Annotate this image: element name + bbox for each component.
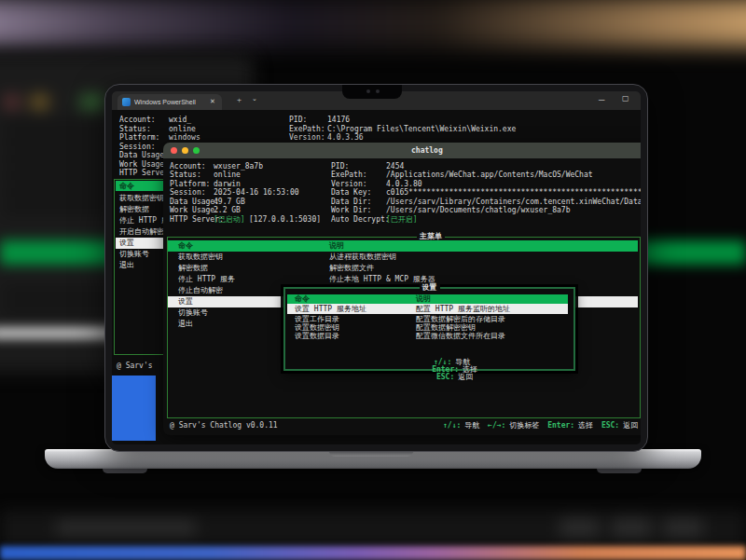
hint-label: 导航 (464, 421, 479, 430)
blurred-dock-item (612, 518, 651, 537)
menu-row[interactable]: 停止 HTTP 服务 停止本地 HTTP & MCP 服务器 (168, 274, 638, 285)
settings-desc: 配置数据解密密钥 (416, 324, 476, 332)
camera-notch (342, 85, 402, 99)
hint-key: ←/→: (488, 421, 505, 430)
info-value: /Users/sarv/Documents/chatlog/wxuser_8a7… (386, 207, 570, 214)
chatlog-info-row: HTTP Server:[已启动][127.0.0.1:5030] Auto D… (163, 216, 641, 226)
camera-icon (366, 89, 370, 93)
ps-value: C:\Program Files\Tencent\Weixin\Weixin.e… (327, 126, 516, 133)
menu-cmd: 退出 (178, 321, 193, 328)
blurred-traffic-light-red (6, 97, 18, 107)
blurred-dock-item (560, 518, 599, 537)
ps-label: ExePath: (289, 126, 325, 133)
info-value: c0165***********************************… (386, 189, 641, 197)
ps-menu-header-label: 命令 (119, 183, 134, 190)
info-label: Status: (170, 171, 201, 179)
menu-row[interactable]: 获取数据密钥 从进程获取数据密钥 (168, 252, 638, 263)
hint-label: 返回 (458, 373, 473, 381)
menu-cmd: 解密数据 (178, 265, 208, 272)
auto-decrypt-status-badge: [已开启] (386, 216, 418, 224)
hint-label: 选择 (578, 421, 593, 430)
column-header-cmd: 命令 (295, 295, 310, 303)
ps-label: PID: (289, 116, 307, 124)
http-server-status-badge: [已启动] (214, 216, 245, 224)
hint-label: 切换标签 (509, 421, 539, 430)
laptop-foot-left (103, 469, 147, 473)
settings-row-selected[interactable]: 设置 HTTP 服务地址 配置 HTTP 服务监听的地址 (287, 304, 568, 314)
new-tab-icon[interactable]: + (237, 96, 242, 104)
info-value: darwin (214, 181, 241, 188)
info-value: 4.0.3.80 (386, 181, 422, 188)
ps-label: Work Usage: (119, 161, 169, 169)
hint-key: Enter: (547, 421, 574, 430)
ps-value: online (169, 126, 196, 133)
ps-label: Platform: (119, 134, 159, 142)
tab-dropdown-icon[interactable]: ⌄ (252, 96, 257, 102)
settings-cmd: 设置数据目录 (295, 333, 339, 340)
menu-cmd: 获取数据密钥 (178, 253, 223, 261)
info-label: Work Dir: (331, 207, 371, 214)
ps-label: Data Usage: (119, 152, 169, 159)
menu-desc: 停止本地 HTTP & MCP 服务器 (329, 276, 435, 283)
info-value: /Applications/WeChat.app/Contents/MacOS/… (386, 171, 593, 179)
hint-key: ESC: (601, 421, 619, 430)
ps-value: wxid_ (169, 116, 191, 124)
blurred-text-row (2, 205, 114, 213)
maximize-icon[interactable]: ▢ (622, 95, 629, 102)
hint-key: ESC: (436, 373, 454, 381)
info-value: [127.0.0.1:5030] (249, 216, 321, 224)
wallpaper-color-strip (0, 546, 746, 560)
info-label: Work Usage: (170, 207, 219, 214)
powershell-tab[interactable]: Windows PowerShell ✕ (117, 94, 222, 110)
main-menu-title: 主菜单 (417, 233, 445, 240)
ps-status-left: @ Sarv's (117, 362, 153, 370)
ps-label: Status: (119, 126, 151, 133)
wallpaper-top-gradient (0, 0, 746, 47)
traffic-light-close-icon[interactable] (171, 147, 177, 154)
laptop-display: Windows PowerShell ✕ + ⌄ ─ ▢ Account:wxi… (112, 91, 641, 444)
info-label: Session: (170, 189, 206, 197)
ps-blue-block (112, 376, 156, 441)
info-value: 49.7 GB (214, 198, 245, 206)
camera-led-icon (376, 89, 380, 93)
hint-key: ↑/↓: (443, 421, 461, 430)
settings-popup: 设置 命令 说明 设置 HTTP 服务地址 配置 HTTP 服务监听的地址 设置… (283, 287, 575, 371)
info-label: Auto Decrypt: (331, 216, 390, 224)
info-value: online (214, 171, 241, 179)
laptop-screen: Windows PowerShell ✕ + ⌄ ─ ▢ Account:wxi… (104, 84, 648, 452)
ps-value: 4.0.3.36 (327, 134, 364, 142)
settings-row[interactable]: 设置数据目录 配置微信数据文件所在目录 (287, 332, 568, 340)
ps-value: windows (169, 134, 200, 142)
chatlog-titlebar[interactable]: chatlog (163, 143, 641, 158)
blurred-dock-item (56, 520, 196, 535)
settings-popup-title: 设置 (420, 284, 440, 292)
settings-row[interactable]: 设置数据密钥 配置数据解密密钥 (287, 323, 568, 332)
blurred-traffic-light-green (80, 97, 104, 107)
main-menu-header-row: 命令 说明 (168, 240, 638, 252)
ps-label: Account: (119, 116, 156, 124)
laptop-base (45, 449, 701, 469)
info-value: 2025-04-16 16:53:00 (214, 189, 299, 197)
traffic-light-minimize-icon[interactable] (182, 147, 188, 154)
settings-footer-hints: ↑/↓:导航 Enter:选择 ESC:返回 (285, 351, 573, 389)
chatlog-status-left: @ Sarv's Chatlog v0.0.11 (170, 422, 278, 430)
info-label: Version: (331, 181, 367, 188)
traffic-light-zoom-icon[interactable] (193, 147, 200, 154)
chatlog-window-title: chatlog (411, 147, 443, 155)
column-header-desc: 说明 (416, 295, 431, 303)
tab-close-icon[interactable]: ✕ (210, 99, 215, 105)
info-value: /Users/sarv/Library/Containers/com.tence… (386, 198, 641, 206)
info-label: ExePath: (331, 171, 367, 179)
menu-cmd: 设置 (178, 298, 193, 306)
laptop-foot-right (597, 469, 642, 473)
ps-value: 14176 (327, 116, 350, 124)
info-label: Data Key: (331, 189, 371, 197)
hint-label: 返回 (623, 421, 638, 430)
minimize-icon[interactable]: ─ (599, 96, 604, 104)
chatlog-status-hints: ↑/↓:导航 ←/→:切换标签 Enter:选择 ESC:返回 (439, 422, 638, 430)
settings-header-row: 命令 说明 (287, 294, 568, 304)
powershell-icon (122, 98, 131, 106)
menu-row[interactable]: 解密数据 解密数据文件 (168, 263, 638, 274)
settings-desc: 配置数据解密后的存储目录 (416, 316, 505, 323)
settings-row[interactable]: 设置工作目录 配置数据解密后的存储目录 (287, 315, 568, 323)
